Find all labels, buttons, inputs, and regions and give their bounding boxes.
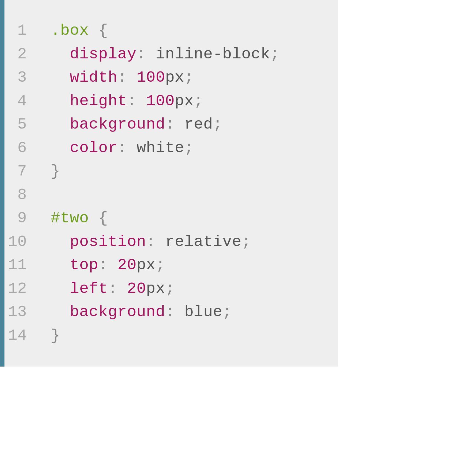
code-line: 12 left: 20px;	[4, 277, 325, 301]
token-unit: px	[165, 69, 184, 86]
code-content: height: 100px;	[51, 90, 204, 113]
token-punct: ;	[184, 69, 194, 86]
token-punct: :	[165, 115, 175, 133]
token-punct: ;	[184, 139, 194, 157]
token-indent	[51, 115, 70, 133]
token-punct: ;	[241, 233, 251, 251]
token-indent	[51, 233, 70, 251]
token-number: 20	[127, 280, 146, 298]
code-content: .box {	[51, 19, 108, 43]
code-content: left: 20px;	[51, 277, 175, 301]
code-content: position: relative;	[51, 230, 251, 254]
token-space	[127, 139, 137, 157]
token-punct: :	[137, 45, 146, 63]
token-value: relative	[165, 233, 241, 251]
token-punct: ;	[165, 280, 175, 298]
token-space	[146, 45, 156, 63]
token-number: 100	[137, 69, 165, 86]
line-number: 10	[4, 230, 36, 254]
token-space	[89, 22, 99, 40]
token-unit: px	[146, 280, 165, 298]
code-content: background: red;	[51, 113, 222, 137]
token-punct: ;	[213, 115, 222, 133]
line-number: 5	[4, 113, 36, 137]
token-indent	[51, 280, 70, 298]
token-brace: }	[51, 162, 60, 180]
token-punct: ;	[222, 303, 232, 321]
token-space	[127, 69, 137, 86]
line-number: 3	[4, 66, 36, 90]
token-value: blue	[184, 303, 223, 321]
token-property: background	[70, 303, 165, 321]
line-number: 14	[4, 324, 36, 348]
code-line: 14}	[4, 324, 325, 348]
code-line: 5 background: red;	[4, 113, 325, 137]
token-indent	[51, 45, 70, 63]
code-content: }	[51, 324, 60, 348]
code-line: 10 position: relative;	[4, 230, 325, 254]
token-indent	[51, 303, 70, 321]
code-lines: 1.box {2 display: inline-block;3 width: …	[4, 19, 325, 347]
line-number: 2	[4, 43, 36, 66]
token-unit: px	[137, 256, 156, 274]
code-line: 7}	[4, 160, 325, 183]
token-punct: :	[117, 69, 127, 86]
code-content	[51, 183, 60, 207]
token-brace: {	[99, 22, 108, 40]
token-indent	[51, 256, 70, 274]
code-content: }	[51, 160, 60, 183]
code-block: 1.box {2 display: inline-block;3 width: …	[0, 0, 338, 367]
token-number: 100	[146, 92, 175, 110]
token-punct: :	[165, 303, 175, 321]
line-number: 11	[4, 254, 36, 277]
token-unit: px	[175, 92, 194, 110]
line-number: 13	[4, 301, 36, 324]
line-number: 7	[4, 160, 36, 183]
code-line: 2 display: inline-block;	[4, 43, 325, 66]
token-space	[117, 280, 127, 298]
line-number: 12	[4, 277, 36, 301]
code-content: #two {	[51, 207, 108, 230]
token-property: height	[70, 92, 127, 110]
token-property: position	[70, 233, 146, 251]
code-line: 6 color: white;	[4, 137, 325, 160]
token-selector: .box	[51, 22, 89, 40]
token-punct: :	[99, 256, 108, 274]
token-punct: ;	[156, 256, 165, 274]
token-value: white	[137, 139, 184, 157]
token-space	[89, 209, 99, 227]
code-content: top: 20px;	[51, 254, 165, 277]
token-indent	[51, 92, 70, 110]
token-indent	[51, 69, 70, 86]
code-line: 3 width: 100px;	[4, 66, 325, 90]
token-space	[137, 92, 146, 110]
token-brace: }	[51, 327, 60, 345]
token-punct: :	[127, 92, 137, 110]
token-space	[156, 233, 165, 251]
token-space	[108, 256, 117, 274]
line-number: 1	[4, 19, 36, 43]
token-property: left	[70, 280, 108, 298]
line-number: 4	[4, 90, 36, 113]
code-line: 9#two {	[4, 207, 325, 230]
token-indent	[51, 139, 70, 157]
token-value: inline-block	[156, 45, 270, 63]
token-property: display	[70, 45, 137, 63]
code-line: 4 height: 100px;	[4, 90, 325, 113]
token-punct: ;	[194, 92, 204, 110]
line-number: 8	[4, 183, 36, 207]
token-space	[51, 186, 60, 204]
token-property: top	[70, 256, 99, 274]
code-content: width: 100px;	[51, 66, 194, 90]
token-punct: :	[108, 280, 117, 298]
token-space	[175, 115, 184, 133]
code-line: 13 background: blue;	[4, 301, 325, 324]
code-line: 8	[4, 183, 325, 207]
token-property: color	[70, 139, 118, 157]
code-line: 1.box {	[4, 19, 325, 43]
token-property: width	[70, 69, 118, 86]
token-selector: #two	[51, 209, 89, 227]
token-punct: :	[117, 139, 127, 157]
code-content: color: white;	[51, 137, 194, 160]
token-number: 20	[117, 256, 137, 274]
